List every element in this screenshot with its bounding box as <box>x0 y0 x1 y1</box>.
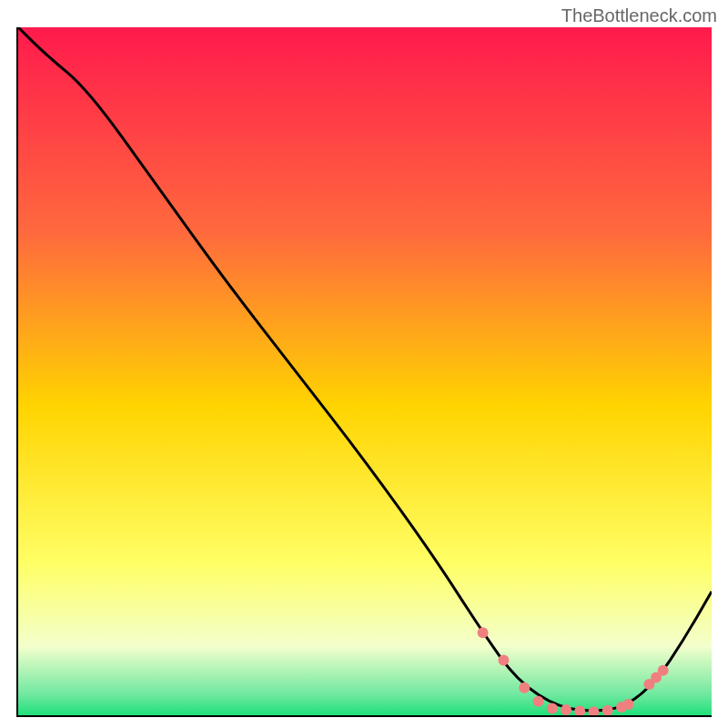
highlight-point <box>658 665 669 676</box>
highlight-point <box>623 699 634 710</box>
highlight-point <box>547 703 558 713</box>
plot-area <box>16 27 712 717</box>
highlight-point <box>561 704 571 715</box>
highlight-point <box>574 706 585 715</box>
highlight-point <box>478 627 489 638</box>
watermark-text: TheBottleneck.com <box>561 5 717 26</box>
highlight-point <box>498 655 509 666</box>
chart-container: TheBottleneck.com <box>0 0 728 728</box>
highlight-point <box>588 706 599 715</box>
highlight-points <box>478 627 669 715</box>
bottleneck-curve <box>18 27 712 711</box>
highlight-point <box>602 705 613 715</box>
curve-layer <box>18 27 712 715</box>
highlight-point <box>519 682 530 693</box>
highlight-point <box>533 696 544 707</box>
